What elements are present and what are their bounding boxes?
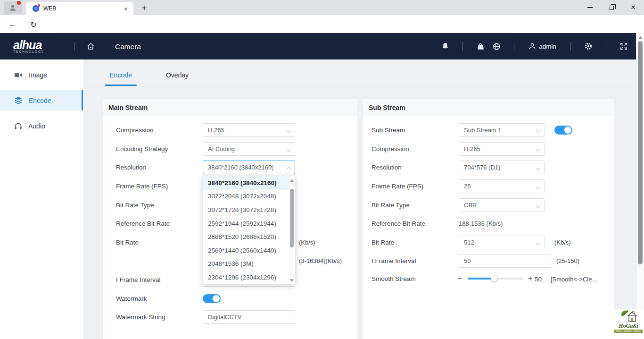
scrollbar-thumb[interactable] (638, 41, 643, 264)
sub-bit-rate-type-label: Bit Rate Type (372, 202, 410, 209)
resolution-option[interactable]: 3840*2160 (3840x2160) (203, 176, 289, 190)
home-icon[interactable] (86, 42, 95, 51)
app-header: alhua TECHNOLOGY Camera admin (0, 33, 644, 59)
reference-bit-rate-label: Reference Bit Rate (116, 220, 170, 227)
brand-name: alhua (13, 40, 65, 50)
watermark-string-input[interactable] (203, 310, 295, 324)
sidebar-item-label: Audio (28, 122, 45, 130)
dahua-logo: alhua TECHNOLOGY (13, 40, 65, 53)
bit-rate-range-hint: (3-16384)(Kb/s) (299, 257, 342, 264)
sub-stream-title: Sub Stream (363, 99, 614, 116)
language-globe-icon[interactable] (488, 42, 504, 51)
sub-resolution-select[interactable]: 704*576 (D1) (459, 161, 545, 174)
content-tabbar: Encode Overlay (83, 59, 636, 86)
scroll-up-icon[interactable] (638, 36, 642, 39)
bit-rate-type-label: Bit Rate Type (116, 202, 154, 209)
audio-headphones-icon (14, 122, 22, 130)
resolution-option[interactable]: 2592*1944 (2592x1944) (203, 217, 289, 230)
slider-plus-icon[interactable]: + (528, 274, 532, 283)
sub-reference-bit-rate-label: Reference Bit Rate (372, 220, 425, 227)
scroll-down-icon[interactable] (290, 279, 294, 282)
tab-encode[interactable]: Encode (92, 68, 149, 86)
window-minimize-button[interactable] (579, 0, 601, 15)
sidebar-item-label: Encode (29, 97, 51, 104)
username: admin (539, 43, 556, 50)
sub-bit-rate-select[interactable]: 512 (459, 236, 545, 249)
watermark-label: Watermark (116, 295, 147, 302)
header-divider (74, 42, 75, 51)
user-menu[interactable]: admin (524, 42, 561, 50)
hogaki-tagline: Home - garden - kitchen (614, 330, 643, 333)
bit-rate-label: Bit Rate (116, 239, 139, 246)
sub-i-frame-range-hint: (25-150) (556, 257, 579, 264)
fullscreen-icon[interactable] (616, 42, 632, 50)
resolution-option[interactable]: 3072*1728 (3072x1728) (203, 203, 289, 217)
notification-bell-icon[interactable] (437, 42, 453, 51)
encoding-strategy-select[interactable]: AI Coding (203, 142, 295, 156)
back-button[interactable]: ← (7, 18, 19, 31)
slider-minus-icon[interactable]: − (457, 274, 462, 283)
sub-compression-select[interactable]: H.265 (459, 142, 545, 156)
resolution-option[interactable]: 2560*1440 (2560x1440) (203, 244, 289, 257)
resolution-option[interactable]: 2688*1520 (2688x1520) (203, 230, 289, 244)
dropdown-scrollbar[interactable] (289, 177, 295, 284)
sub-frame-rate-select[interactable]: 25 (459, 179, 545, 193)
frame-rate-label: Frame Rate (FPS) (116, 183, 168, 190)
user-icon (528, 42, 536, 50)
sidebar-item-label: Image (29, 71, 47, 79)
close-tab-icon[interactable]: × (122, 5, 130, 13)
resolution-option[interactable]: 3072*2048 (3072x2048) (203, 190, 289, 203)
sub-i-frame-interval-input[interactable] (459, 254, 551, 268)
chevron-down-icon (287, 128, 291, 133)
resolution-select[interactable]: 3840*2160 (3840x2160) (203, 161, 295, 174)
scroll-up-icon[interactable] (290, 179, 294, 182)
sub-bit-rate-type-select[interactable]: CBR (459, 198, 545, 212)
profile-notification-dot (17, 1, 21, 5)
refresh-button[interactable]: ↻ (27, 18, 40, 31)
window-close-button[interactable]: × (622, 0, 644, 15)
smooth-stream-label: Smooth Stream (372, 275, 416, 282)
sidebar-item-audio[interactable]: Audio (0, 116, 83, 136)
sub-stream-label: Sub Stream (372, 127, 405, 134)
browser-tab[interactable]: WEB × (26, 2, 133, 15)
watermark-toggle[interactable] (203, 294, 221, 303)
slider-handle[interactable] (491, 275, 497, 282)
image-camera-icon (14, 71, 23, 79)
smooth-stream-slider[interactable] (468, 278, 523, 280)
tab-title: WEB (43, 5, 122, 12)
page-title: Camera (115, 42, 141, 51)
i-frame-interval-label: I Frame Interval (116, 276, 161, 283)
window-restore-button[interactable] (601, 0, 622, 15)
chevron-down-icon (536, 241, 541, 246)
tab-overlay[interactable]: Overlay (149, 68, 206, 86)
new-tab-button[interactable]: + (138, 2, 150, 14)
settings-gear-icon[interactable] (580, 42, 596, 51)
sub-compression-label: Compression (372, 145, 409, 153)
resolution-option[interactable]: 2304*1296 (2304x1296) (203, 271, 289, 284)
smooth-stream-value: 50 (535, 276, 542, 283)
chevron-down-icon (536, 203, 541, 208)
chevron-down-icon (536, 166, 541, 170)
hogaki-house-leaf-icon (619, 309, 638, 323)
chevron-down-icon (287, 147, 291, 152)
header-divider (462, 42, 463, 51)
sub-frame-rate-label: Frame Rate (FPS) (372, 183, 423, 190)
sub-stream-toggle[interactable] (554, 126, 572, 135)
compression-select[interactable]: H.265 (203, 123, 295, 137)
site-favicon-icon (33, 5, 39, 12)
sub-stream-select[interactable]: Sub Stream 1 (459, 123, 545, 137)
chevron-down-icon (536, 147, 541, 152)
brand-subtitle: TECHNOLOGY (13, 50, 65, 53)
smooth-stream-hint: [Smooth<->Cle... (551, 276, 612, 283)
sub-i-frame-interval-label: I Frame Interval (372, 257, 416, 264)
sidebar-item-image[interactable]: Image (0, 65, 83, 85)
chevron-down-icon (536, 185, 541, 189)
resolution-option[interactable]: 2048*1536 (3M) (203, 257, 289, 271)
sidebar-item-encode[interactable]: Encode (0, 90, 83, 110)
sub-bit-rate-label: Bit Rate (372, 239, 394, 246)
page-scrollbar[interactable] (636, 33, 644, 339)
store-icon[interactable] (472, 42, 488, 51)
sub-stream-panel: Sub Stream Sub Stream Sub Stream 1 Compr… (363, 99, 614, 339)
scrollbar-thumb[interactable] (290, 189, 294, 247)
sub-reference-bit-rate-value: 188-1536 (Kb/s) (459, 220, 503, 227)
